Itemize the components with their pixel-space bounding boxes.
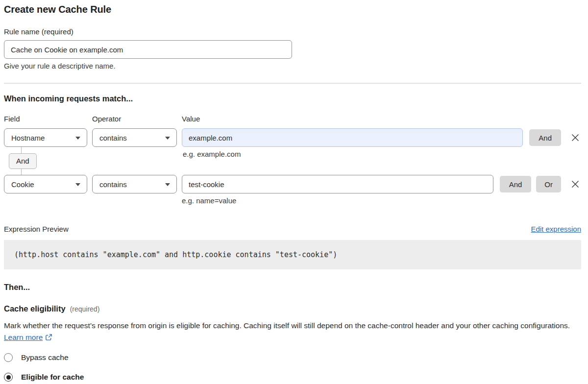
chevron-down-icon [165, 137, 170, 140]
operator-select-row2-value: contains [99, 180, 127, 189]
expression-preview-label: Expression Preview [4, 225, 69, 233]
row1-buttons: And [529, 129, 561, 146]
value-hint-row2: e.g. name=value [182, 196, 581, 205]
radio-dot [6, 375, 11, 380]
condition-column-labels: Field Operator Value [4, 115, 581, 123]
remove-condition-button-row1[interactable] [569, 132, 581, 144]
chevron-down-icon [165, 183, 170, 186]
condition-connector-zone: And e.g. example.com [4, 147, 581, 175]
operator-select-row2[interactable]: contains [92, 175, 177, 193]
value-input-row2[interactable] [182, 175, 493, 193]
cache-eligibility-heading-row: Cache eligibility (required) [4, 304, 581, 313]
row2-buttons: And Or [500, 176, 561, 192]
and-connector-toggle[interactable]: And [9, 153, 37, 169]
radio-option-eligible-for-cache[interactable]: Eligible for cache [4, 373, 581, 382]
radio-label-eligible-for-cache[interactable]: Eligible for cache [21, 373, 84, 382]
learn-more-link[interactable]: Learn more [4, 333, 43, 341]
radio-option-bypass-cache[interactable]: Bypass cache [4, 353, 581, 362]
expression-code: (http.host contains "example.com" and ht… [4, 240, 581, 269]
operator-column-label: Operator [92, 115, 182, 123]
chevron-down-icon [75, 137, 80, 140]
field-select-row2-value: Cookie [11, 180, 34, 189]
then-heading: Then... [4, 283, 581, 292]
edit-expression-link[interactable]: Edit expression [531, 225, 581, 233]
field-select-row1-value: Hostname [11, 134, 45, 142]
radio-label-bypass-cache[interactable]: Bypass cache [21, 353, 69, 362]
required-note: (required) [70, 305, 100, 313]
rule-name-helper: Give your rule a descriptive name. [4, 62, 581, 70]
add-and-condition-button-row1[interactable]: And [529, 129, 561, 146]
remove-condition-button-row2[interactable] [569, 178, 581, 190]
close-icon [571, 180, 580, 189]
value-hint-row1: e.g. example.com [183, 150, 241, 158]
value-input-row1[interactable] [182, 128, 523, 147]
cache-eligibility-description-text: Mark whether the request’s response from… [4, 321, 570, 330]
match-heading: When incoming requests match... [4, 94, 581, 103]
expression-preview-header: Expression Preview Edit expression [4, 225, 581, 233]
operator-select-row1[interactable]: contains [92, 128, 177, 147]
section-divider [4, 83, 581, 84]
rule-name-input[interactable] [4, 40, 292, 59]
operator-select-row1-value: contains [99, 134, 127, 142]
add-and-condition-button-row2[interactable]: And [500, 176, 532, 192]
external-link-icon [45, 334, 52, 341]
field-select-row2[interactable]: Cookie [4, 175, 87, 193]
field-column-label: Field [4, 115, 92, 123]
cache-eligibility-description: Mark whether the request’s response from… [4, 320, 575, 343]
radio-button-unselected[interactable] [4, 353, 13, 362]
cache-eligibility-heading: Cache eligibility [4, 304, 66, 313]
create-cache-rule-page: Create new Cache Rule Rule name (require… [0, 0, 588, 384]
close-icon [571, 133, 580, 142]
page-title: Create new Cache Rule [4, 4, 581, 15]
rule-name-label: Rule name (required) [4, 27, 581, 36]
field-select-row1[interactable]: Hostname [4, 128, 87, 147]
radio-button-selected[interactable] [4, 373, 13, 382]
condition-row: Cookie contains And Or [4, 175, 581, 193]
value-column-label: Value [182, 115, 200, 123]
chevron-down-icon [75, 183, 80, 186]
condition-row: Hostname contains And [4, 128, 581, 147]
add-or-condition-button-row2[interactable]: Or [536, 176, 561, 192]
